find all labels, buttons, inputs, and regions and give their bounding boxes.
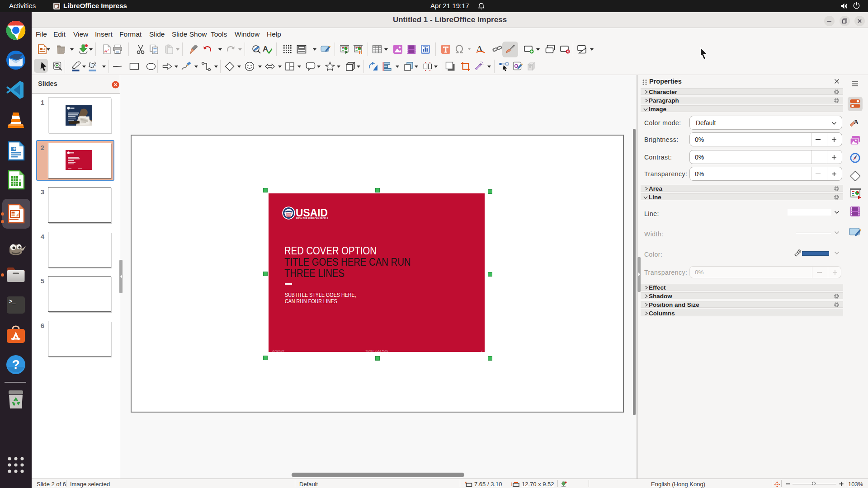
svg-text:>_: >_ [9,299,16,305]
svg-text:?: ? [12,357,19,371]
svg-text:A: A [104,49,108,53]
